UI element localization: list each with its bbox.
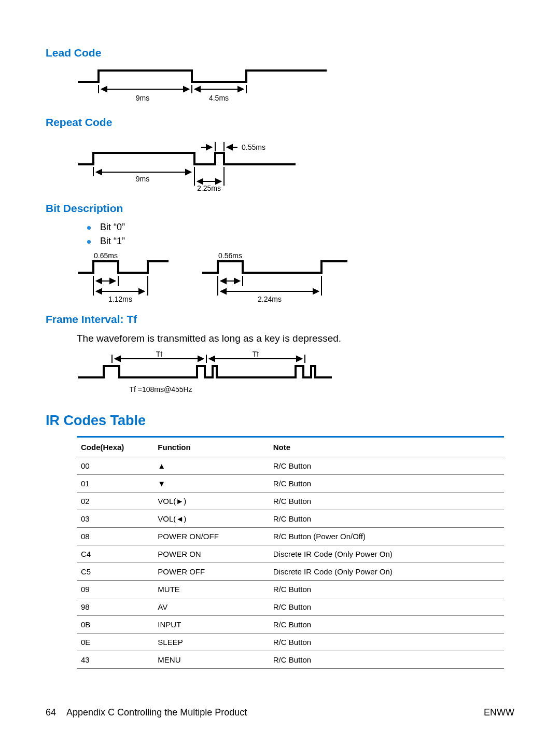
table-row: 08POWER ON/OFFR/C Button (Power On/Off) (77, 528, 504, 545)
cell-func: MUTE (153, 581, 269, 598)
repeat-code-low: 2.25ms (197, 184, 221, 192)
cell-func: ▲ (153, 457, 269, 475)
bit0-high: 0.65ms (94, 252, 118, 260)
bit1-bullet: Bit “1” (87, 236, 514, 247)
svg-marker-22 (198, 179, 203, 184)
bullet-dot-icon (87, 226, 91, 230)
cell-note: R/C Button (Power On/Off) (269, 528, 504, 545)
cell-code: C4 (77, 545, 153, 563)
lead-code-t1: 9ms (136, 94, 149, 102)
cell-func: AV (153, 598, 269, 616)
repeat-code-heading: Repeat Code (46, 116, 514, 129)
th-note: Note (269, 437, 504, 457)
frame-interval-heading: Frame Interval: Tf (46, 313, 514, 326)
footer-right: ENWW (484, 707, 514, 718)
lead-code-diagram: 9ms 4.5ms (78, 66, 514, 107)
cell-code: 02 (77, 493, 153, 510)
cell-note: R/C Button (269, 510, 504, 528)
svg-marker-50 (297, 356, 302, 361)
cell-note: R/C Button (269, 651, 504, 669)
svg-marker-20 (186, 170, 191, 175)
cell-func: MENU (153, 651, 269, 669)
table-row: 0ESLEEPR/C Button (77, 634, 504, 651)
bit-bullet-list: Bit “0” Bit “1” (87, 222, 514, 247)
cell-note: Discrete IR Code (Only Power On) (269, 563, 504, 581)
frame-interval-text: The waveforem is transmitted as long as … (77, 333, 514, 344)
frame-note: Tf =108ms@455Hz (129, 385, 192, 393)
cell-note: R/C Button (269, 616, 504, 634)
cell-note: R/C Button (269, 598, 504, 616)
table-row: 00▲R/C Button (77, 457, 504, 475)
cell-func: VOL(◄) (153, 510, 269, 528)
repeat-code-diagram: 0.55ms 9ms 2.25ms (78, 136, 514, 193)
page-number: 64 (46, 707, 56, 718)
table-row: 98AVR/C Button (77, 598, 504, 616)
cell-code: C5 (77, 563, 153, 581)
th-func: Function (153, 437, 269, 457)
repeat-code-high: 0.55ms (242, 143, 265, 151)
svg-marker-41 (313, 289, 318, 294)
svg-marker-8 (238, 87, 243, 92)
bit-desc-diagram: 0.65ms 1.12ms 0.56ms 2.24ms (78, 252, 514, 304)
svg-marker-40 (221, 289, 226, 294)
cell-code: 01 (77, 475, 153, 493)
table-header-row: Code(Hexa) Function Note (77, 437, 504, 457)
table-row: C4POWER ONDiscrete IR Code (Only Power O… (77, 545, 504, 563)
repeat-code-wide: 9ms (136, 175, 149, 183)
svg-marker-4 (102, 87, 107, 92)
bit1-high: 0.56ms (218, 252, 242, 260)
svg-marker-29 (110, 278, 115, 284)
bit-desc-heading: Bit Description (46, 202, 514, 215)
cell-note: R/C Button (269, 634, 504, 651)
cell-func: SLEEP (153, 634, 269, 651)
table-row: 43MENUR/C Button (77, 651, 504, 669)
svg-marker-46 (115, 356, 120, 361)
bit1-total: 2.24ms (258, 295, 282, 303)
cell-code: 0E (77, 634, 153, 651)
frame-tf1: Tf (156, 352, 163, 358)
bit0-bullet: Bit “0” (87, 222, 514, 233)
svg-marker-31 (96, 289, 102, 294)
svg-marker-5 (184, 87, 189, 92)
table-row: 03VOL(◄)R/C Button (77, 510, 504, 528)
cell-note: R/C Button (269, 581, 504, 598)
ir-codes-heading: IR Codes Table (46, 413, 514, 429)
bit0-label: Bit “0” (100, 222, 125, 232)
cell-code: 43 (77, 651, 153, 669)
cell-func: INPUT (153, 616, 269, 634)
th-code: Code(Hexa) (77, 437, 153, 457)
table-row: 0BINPUTR/C Button (77, 616, 504, 634)
lead-code-t2: 4.5ms (209, 94, 229, 102)
cell-note: R/C Button (269, 493, 504, 510)
cell-code: 0B (77, 616, 153, 634)
svg-marker-38 (234, 278, 240, 284)
cell-note: R/C Button (269, 475, 504, 493)
frame-tf2: Tf (253, 352, 259, 358)
cell-func: POWER ON (153, 545, 269, 563)
svg-marker-47 (198, 356, 203, 361)
cell-func: VOL(►) (153, 493, 269, 510)
svg-marker-7 (195, 87, 200, 92)
svg-marker-49 (209, 356, 215, 361)
bullet-dot-icon (87, 240, 91, 244)
document-page: Lead Code 9ms 4.5ms Repeat Code (0, 0, 560, 745)
page-footer: 64 Appendix C Controlling the Multiple P… (46, 707, 514, 718)
bit1-label: Bit “1” (100, 236, 125, 246)
cell-code: 98 (77, 598, 153, 616)
cell-code: 00 (77, 457, 153, 475)
svg-marker-28 (96, 278, 102, 284)
table-row: 01▼R/C Button (77, 475, 504, 493)
table-row: 02VOL(►)R/C Button (77, 493, 504, 510)
svg-marker-10 (206, 145, 212, 150)
lead-code-heading: Lead Code (46, 47, 514, 59)
cell-code: 03 (77, 510, 153, 528)
table-row: C5POWER OFFDiscrete IR Code (Only Power … (77, 563, 504, 581)
svg-marker-12 (227, 145, 232, 150)
cell-note: R/C Button (269, 457, 504, 475)
cell-func: POWER ON/OFF (153, 528, 269, 545)
chapter-title: Appendix C Controlling the Multiple Prod… (66, 707, 247, 718)
cell-code: 08 (77, 528, 153, 545)
frame-interval-diagram: Tf Tf Tf =108ms@455Hz (78, 352, 514, 397)
cell-func: POWER OFF (153, 563, 269, 581)
svg-marker-32 (139, 289, 144, 294)
